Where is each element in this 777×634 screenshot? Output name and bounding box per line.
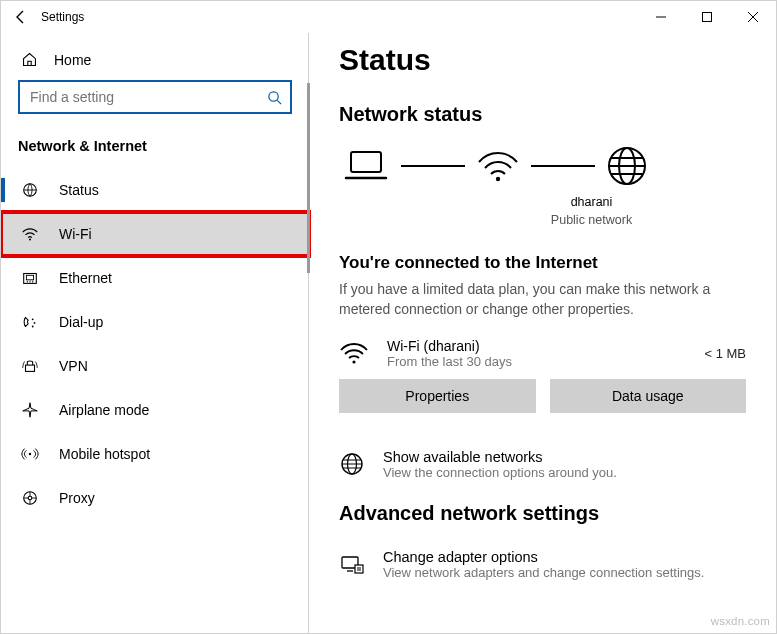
sidebar-item-hotspot[interactable]: Mobile hotspot [1, 432, 309, 476]
adapter-title: Change adapter options [383, 549, 704, 565]
network-diagram-label: dharani Public network [437, 194, 746, 229]
watermark: wsxdn.com [711, 615, 770, 627]
wifi-icon [21, 225, 39, 243]
data-usage-button[interactable]: Data usage [550, 379, 747, 413]
sidebar-item-label: VPN [59, 358, 88, 374]
connection-row: Wi-Fi (dharani) From the last 30 days < … [339, 334, 746, 379]
sidebar-item-label: Dial-up [59, 314, 103, 330]
svg-point-1 [269, 91, 278, 100]
nav-list: Status Wi-Fi Ethernet Dial-up [1, 168, 309, 520]
svg-point-12 [28, 496, 32, 500]
connection-sub: From the last 30 days [387, 354, 512, 369]
svg-point-17 [352, 360, 355, 363]
home-icon [21, 51, 38, 68]
close-icon [748, 12, 758, 22]
sidebar-item-ethernet[interactable]: Ethernet [1, 256, 309, 300]
globe-icon [339, 451, 365, 477]
status-icon [21, 181, 39, 199]
svg-point-3 [29, 238, 31, 240]
maximize-button[interactable] [684, 1, 730, 33]
hotspot-icon [21, 445, 39, 463]
svg-rect-21 [355, 565, 363, 573]
show-available-networks[interactable]: Show available networks View the connect… [339, 443, 746, 502]
svg-point-10 [29, 453, 31, 455]
sidebar-item-label: Mobile hotspot [59, 446, 150, 462]
sidebar-item-label: Status [59, 182, 99, 198]
connected-heading: You're connected to the Internet [339, 253, 746, 273]
vpn-icon [21, 357, 39, 375]
sidebar-item-wifi[interactable]: Wi-Fi [1, 212, 309, 256]
dialup-icon [21, 313, 39, 331]
svg-rect-0 [703, 13, 712, 22]
laptop-icon [341, 146, 391, 186]
connection-line-icon [531, 165, 595, 167]
minimize-icon [656, 12, 666, 22]
svg-rect-13 [351, 152, 381, 172]
adapter-sub: View network adapters and change connect… [383, 565, 704, 580]
svg-rect-9 [26, 365, 35, 371]
network-name: dharani [437, 194, 746, 212]
home-link[interactable]: Home [1, 43, 309, 76]
svg-point-6 [32, 318, 34, 320]
connected-description: If you have a limited data plan, you can… [339, 279, 746, 320]
network-type: Public network [437, 212, 746, 230]
sidebar-item-vpn[interactable]: VPN [1, 344, 309, 388]
available-title: Show available networks [383, 449, 617, 465]
connection-name: Wi-Fi (dharani) [387, 338, 512, 354]
sidebar: Home Network & Internet Status [1, 33, 309, 633]
sidebar-item-proxy[interactable]: Proxy [1, 476, 309, 520]
properties-button[interactable]: Properties [339, 379, 536, 413]
titlebar: Settings [1, 1, 776, 33]
sidebar-item-label: Wi-Fi [59, 226, 92, 242]
window-title: Settings [41, 10, 84, 24]
sidebar-item-label: Proxy [59, 490, 95, 506]
minimize-button[interactable] [638, 1, 684, 33]
close-button[interactable] [730, 1, 776, 33]
connection-line-icon [401, 165, 465, 167]
sidebar-item-label: Airplane mode [59, 402, 149, 418]
change-adapter-options[interactable]: Change adapter options View network adap… [339, 543, 746, 580]
search-input[interactable] [28, 88, 267, 106]
wifi-large-icon [475, 146, 521, 186]
sidebar-item-status[interactable]: Status [1, 168, 309, 212]
proxy-icon [21, 489, 39, 507]
home-label: Home [54, 52, 91, 68]
ethernet-icon [21, 269, 39, 287]
sidebar-item-dialup[interactable]: Dial-up [1, 300, 309, 344]
airplane-icon [21, 401, 39, 419]
sidebar-item-airplane[interactable]: Airplane mode [1, 388, 309, 432]
wifi-icon [339, 340, 369, 366]
content-pane: Status Network status dharani Public net… [309, 33, 776, 633]
connection-usage: < 1 MB [704, 346, 746, 361]
back-button[interactable] [13, 9, 29, 25]
section-network-status: Network status [339, 103, 746, 126]
svg-point-8 [32, 326, 34, 328]
page-title: Status [339, 43, 746, 77]
maximize-icon [702, 12, 712, 22]
search-icon [267, 90, 282, 105]
search-box[interactable] [18, 80, 292, 114]
svg-rect-5 [26, 275, 33, 280]
section-advanced: Advanced network settings [339, 502, 746, 525]
category-header: Network & Internet [1, 124, 309, 168]
adapter-icon [339, 551, 365, 577]
window-controls [638, 1, 776, 33]
available-sub: View the connection options around you. [383, 465, 617, 480]
sidebar-item-label: Ethernet [59, 270, 112, 286]
network-diagram [339, 144, 746, 194]
svg-point-14 [496, 177, 500, 181]
svg-point-7 [34, 322, 36, 324]
back-arrow-icon [13, 9, 29, 25]
globe-large-icon [605, 144, 649, 188]
